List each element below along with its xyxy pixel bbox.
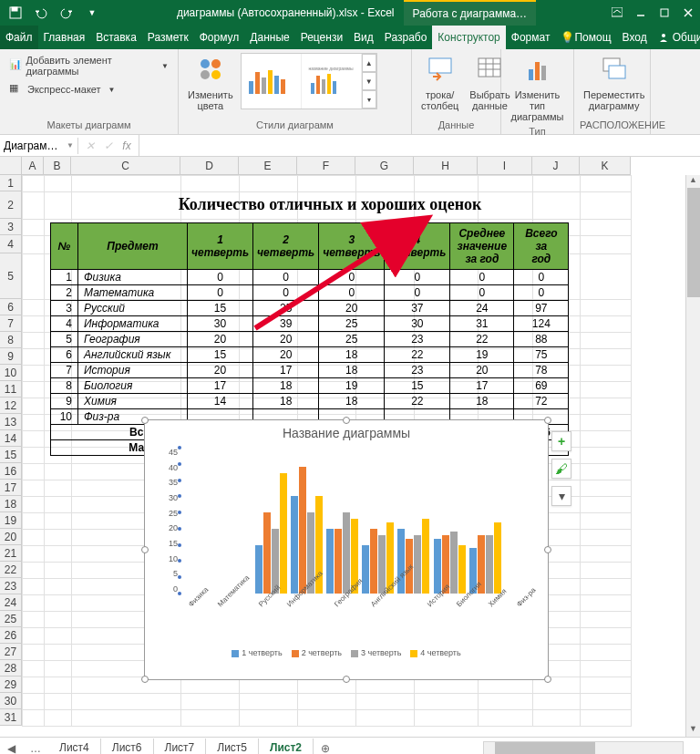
chart-styles-button[interactable]: 🖌 xyxy=(551,459,571,479)
tab-chart-format[interactable]: Формат xyxy=(506,26,556,49)
row-header[interactable]: 12 xyxy=(0,398,21,414)
row-header[interactable]: 15 xyxy=(0,447,21,463)
row-header[interactable]: 13 xyxy=(0,414,21,430)
row-header[interactable]: 7 xyxy=(0,315,21,332)
column-header[interactable]: A xyxy=(22,157,44,174)
row-header[interactable]: 22 xyxy=(0,562,21,578)
row-header[interactable]: 23 xyxy=(0,578,21,594)
column-header[interactable]: C xyxy=(71,157,180,174)
resize-handle[interactable] xyxy=(544,546,551,553)
tab-home[interactable]: Главная xyxy=(38,26,91,49)
row-header[interactable]: 19 xyxy=(0,512,21,529)
sheet-nav-more[interactable]: … xyxy=(23,742,48,755)
sheet-tab[interactable]: Лист6 xyxy=(101,739,154,755)
chart-styles-gallery[interactable]: название диаграммы ▲ ▼ ▾ xyxy=(241,53,377,109)
row-header[interactable]: 20 xyxy=(0,529,21,545)
resize-handle[interactable] xyxy=(141,546,149,553)
sheet-tab[interactable]: Лист5 xyxy=(206,739,259,755)
row-header[interactable]: 30 xyxy=(0,693,21,709)
embedded-chart[interactable]: Название диаграммы 454035302520151050 Фи… xyxy=(144,419,549,680)
row-header[interactable]: 1 xyxy=(0,175,21,191)
row-header[interactable]: 4 xyxy=(0,235,21,253)
row-header[interactable]: 3 xyxy=(0,219,21,235)
row-header[interactable]: 25 xyxy=(0,611,21,627)
qat-customize[interactable]: ▼ xyxy=(80,0,104,26)
maximize-button[interactable] xyxy=(653,0,676,26)
column-header[interactable]: J xyxy=(532,157,580,174)
row-header[interactable]: 8 xyxy=(0,332,21,348)
tell-me[interactable]: 💡 Помощ xyxy=(555,26,616,49)
row-header[interactable]: 2 xyxy=(0,191,21,219)
row-headers[interactable]: 1234567891011121314151617181920212223242… xyxy=(0,175,22,726)
horizontal-scrollbar[interactable] xyxy=(483,741,684,755)
select-all-corner[interactable] xyxy=(0,157,22,175)
tab-data[interactable]: Данные xyxy=(244,26,294,49)
resize-handle[interactable] xyxy=(544,676,551,683)
chart-filters-button[interactable]: ▾ xyxy=(551,486,571,506)
row-header[interactable]: 10 xyxy=(0,365,21,381)
column-header[interactable]: B xyxy=(44,157,71,174)
enter-formula-button[interactable]: ✓ xyxy=(100,139,117,152)
tab-developer[interactable]: Разрабо xyxy=(379,26,433,49)
tab-pagelayout[interactable]: Разметк xyxy=(142,26,194,49)
row-header[interactable]: 5 xyxy=(0,253,21,299)
minimize-button[interactable] xyxy=(629,0,653,26)
tab-file[interactable]: Файл xyxy=(0,26,38,49)
resize-handle[interactable] xyxy=(343,676,350,683)
sheet-tab[interactable]: Лист7 xyxy=(154,739,207,755)
resize-handle[interactable] xyxy=(343,417,350,424)
signin-button[interactable]: Вход xyxy=(617,26,653,49)
scroll-thumb[interactable] xyxy=(495,742,595,755)
switch-row-column-button[interactable]: трока/ столбец xyxy=(417,53,462,113)
name-box[interactable]: Диаграм…▼ xyxy=(0,138,78,154)
column-headers[interactable]: ABCDEFGHIJK xyxy=(22,157,631,175)
row-header[interactable]: 24 xyxy=(0,594,21,611)
share-button[interactable]: Общий доступ xyxy=(653,26,700,49)
change-colors-button[interactable]: Изменить цвета xyxy=(184,53,237,113)
row-header[interactable]: 6 xyxy=(0,299,21,315)
resize-handle[interactable] xyxy=(141,417,149,424)
tab-chart-design[interactable]: Конструктор xyxy=(432,26,505,49)
column-header[interactable]: K xyxy=(580,157,631,174)
cancel-formula-button[interactable]: ✕ xyxy=(82,139,98,152)
change-chart-type-button[interactable]: Изменить тип диаграммы xyxy=(507,53,568,124)
column-header[interactable]: D xyxy=(180,157,239,174)
tab-formulas[interactable]: Формул xyxy=(194,26,245,49)
quick-layout-button[interactable]: ▦Экспресс-макет▼ xyxy=(5,80,119,98)
resize-handle[interactable] xyxy=(544,417,551,424)
column-header[interactable]: I xyxy=(478,157,532,174)
row-header[interactable]: 17 xyxy=(0,480,21,496)
row-header[interactable]: 21 xyxy=(0,545,21,562)
chart-plot-area[interactable]: 454035302520151050 xyxy=(181,448,539,594)
new-sheet-button[interactable]: ⊕ xyxy=(314,742,337,755)
tab-view[interactable]: Вид xyxy=(348,26,379,49)
column-header[interactable]: G xyxy=(355,157,414,174)
scroll-down-button[interactable]: ▼ xyxy=(686,724,700,737)
row-header[interactable]: 18 xyxy=(0,496,21,512)
sheet-tab[interactable]: Лист4 xyxy=(48,739,101,755)
row-header[interactable]: 16 xyxy=(0,463,21,480)
formula-input[interactable] xyxy=(139,144,700,148)
redo-button[interactable] xyxy=(55,0,78,26)
close-button[interactable] xyxy=(676,0,700,26)
row-header[interactable]: 29 xyxy=(0,677,21,693)
move-chart-button[interactable]: Переместить диаграмму xyxy=(580,53,648,113)
row-header[interactable]: 28 xyxy=(0,660,21,677)
scroll-up-button[interactable]: ▲ xyxy=(686,175,700,188)
sheet-tab[interactable]: Лист2 xyxy=(259,739,314,755)
row-header[interactable]: 9 xyxy=(0,348,21,365)
column-header[interactable]: F xyxy=(297,157,355,174)
chart-style-thumb[interactable] xyxy=(242,54,302,108)
vertical-scrollbar[interactable]: ▲ ▼ xyxy=(685,175,700,737)
row-header[interactable]: 27 xyxy=(0,644,21,660)
scroll-thumb[interactable] xyxy=(687,188,700,297)
column-header[interactable]: E xyxy=(239,157,297,174)
gallery-expand[interactable]: ▾ xyxy=(362,90,376,108)
row-header[interactable]: 14 xyxy=(0,430,21,447)
tab-insert[interactable]: Вставка xyxy=(90,26,142,49)
chart-legend[interactable]: 1 четверть2 четверть3 четверть4 четверть xyxy=(145,645,548,661)
resize-handle[interactable] xyxy=(141,676,149,683)
row-header[interactable]: 11 xyxy=(0,381,21,398)
column-header[interactable]: H xyxy=(414,157,478,174)
sheet-nav-prev[interactable]: ◀ xyxy=(0,742,23,755)
